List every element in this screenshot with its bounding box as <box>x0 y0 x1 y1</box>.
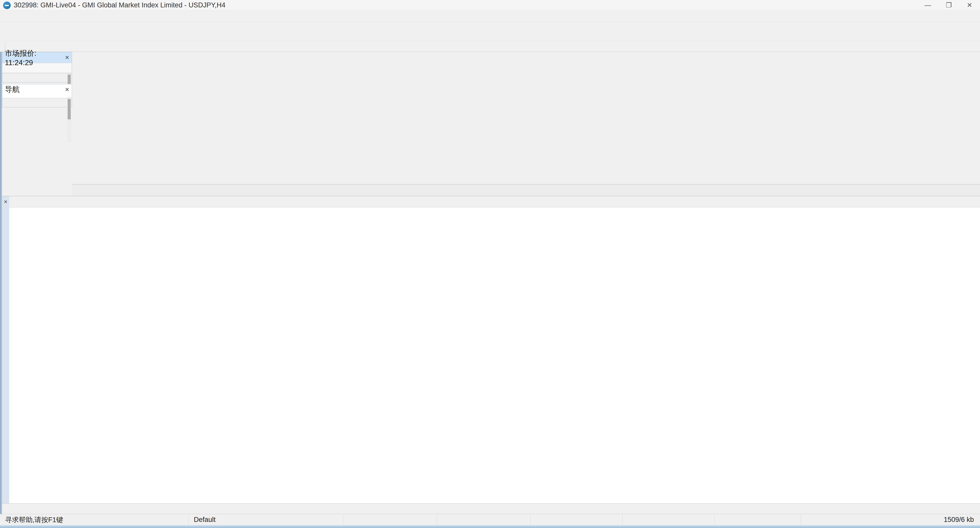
sidebar: 市场报价: 11:24:29 × 导航 × <box>2 52 72 196</box>
status-traffic-text: 1509/6 kb <box>943 516 974 524</box>
market-watch-title-text: 市场报价: 11:24:29 <box>5 48 65 67</box>
toolbar-line-studies <box>0 41 980 52</box>
status-segment <box>344 514 437 525</box>
navigator-tabs <box>2 98 72 107</box>
window-minimize-button[interactable]: — <box>918 0 938 11</box>
market-watch-title[interactable]: 市场报价: 11:24:29 × <box>2 52 72 63</box>
mt4-window: 302998: GMI-Live04 - GMI Global Market I… <box>0 0 980 528</box>
status-segment <box>531 514 623 525</box>
navigator-scrollbar[interactable] <box>67 97 71 143</box>
status-bar: 寻求帮助,请按F1键 Default 1509/6 kb <box>0 514 980 525</box>
app-icon <box>3 2 11 9</box>
window-restore-button[interactable]: ❐ <box>938 0 959 11</box>
status-help-text: 寻求帮助,请按F1键 <box>0 514 189 525</box>
navigator-title[interactable]: 导航 × <box>2 84 72 95</box>
market-watch-tabs <box>2 73 72 82</box>
terminal-left-strip: × <box>2 196 9 503</box>
window-left-edge <box>0 52 2 525</box>
history-table-header <box>9 196 980 207</box>
window-close-button[interactable]: ✕ <box>959 0 980 11</box>
status-segment <box>437 514 531 525</box>
toolbar-standard <box>0 22 980 41</box>
status-profile[interactable]: Default <box>189 514 344 525</box>
window-title: 302998: GMI-Live04 - GMI Global Market I… <box>14 1 225 9</box>
terminal-bottom-tabs <box>2 503 980 514</box>
navigator-panel: 导航 × <box>2 84 72 107</box>
navigator-title-text: 导航 <box>5 85 19 95</box>
status-segment <box>715 514 801 525</box>
status-traffic: 1509/6 kb <box>801 514 980 525</box>
market-watch-panel: 市场报价: 11:24:29 × <box>2 52 72 83</box>
market-watch-close-icon[interactable]: × <box>65 53 69 62</box>
window-titlebar[interactable]: 302998: GMI-Live04 - GMI Global Market I… <box>0 0 980 11</box>
menu-bar <box>0 11 980 22</box>
chart-window-tabs <box>72 184 980 196</box>
status-segment <box>623 514 715 525</box>
terminal-close-icon[interactable]: × <box>4 198 7 205</box>
window-bottom-edge <box>0 525 980 528</box>
terminal-panel: × <box>2 196 980 503</box>
navigator-close-icon[interactable]: × <box>65 86 69 94</box>
